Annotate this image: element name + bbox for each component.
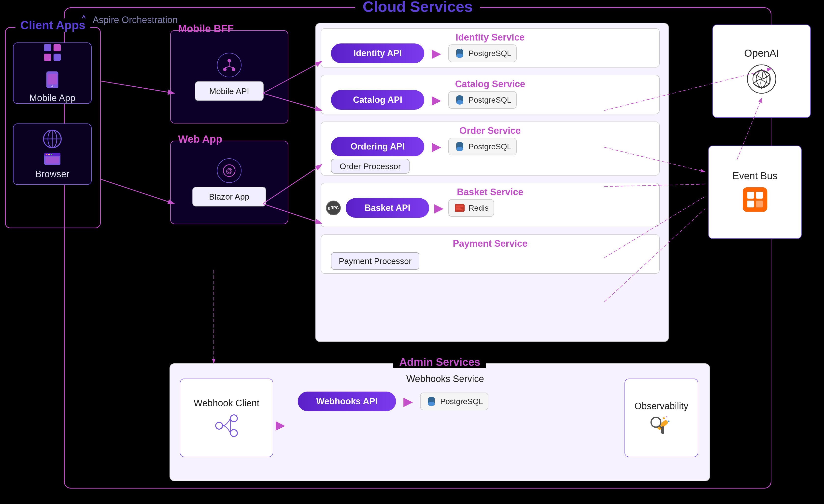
mobile-bff-title: Mobile BFF: [178, 23, 234, 35]
openai-box: OpenAI: [712, 24, 811, 118]
svg-rect-32: [54, 54, 61, 61]
globe-icon: [42, 129, 62, 149]
postgresql-icon: [454, 47, 466, 59]
mobile-api-label: Mobile API: [209, 87, 249, 96]
svg-text:@: @: [226, 167, 233, 174]
admin-services-title: Admin Services: [393, 356, 486, 368]
catalog-pg-badge: PostgreSQL: [448, 91, 517, 109]
arrow-order: ▶: [432, 139, 441, 154]
svg-point-45: [51, 154, 52, 155]
identity-service-title: Identity Service: [321, 29, 659, 43]
catalog-service-title: Catalog Service: [321, 76, 659, 89]
phone-icon: [45, 70, 60, 89]
catalog-api-pill: Catalog API: [331, 90, 424, 110]
catalog-service-group: Catalog Service Catalog API ▶ PostgreSQL: [321, 75, 660, 114]
aspire-text: Aspire Orchestration: [93, 15, 178, 25]
blazor-app-label: Blazor App: [209, 192, 249, 202]
redis-icon: [454, 202, 466, 214]
svg-point-47: [230, 415, 237, 422]
observability-label: Observability: [634, 401, 688, 411]
event-bus-label: Event Bus: [733, 170, 777, 181]
svg-point-2: [227, 59, 231, 62]
webhook-icon: [214, 413, 239, 438]
svg-rect-27: [756, 201, 763, 208]
postgresql-icon-webhooks: [425, 395, 437, 407]
svg-rect-23: [743, 187, 767, 212]
mobile-bff-icon: [217, 53, 241, 77]
svg-rect-34: [48, 74, 57, 85]
redis-badge: Redis: [448, 199, 494, 217]
order-processor-box: Order Processor: [331, 159, 410, 173]
svg-point-12: [456, 53, 463, 58]
svg-point-54: [651, 417, 661, 427]
web-app-box: Web App @ Blazor App: [170, 141, 288, 224]
svg-rect-31: [44, 54, 51, 61]
svg-point-56: [663, 417, 665, 419]
svg-rect-30: [54, 44, 61, 51]
openai-icon: [746, 63, 778, 95]
mobile-app-icon: [42, 43, 62, 67]
mobile-bff-box: Mobile BFF Mobile API: [170, 30, 288, 123]
webhooks-service-area: Webhooks Service Webhooks API ▶ PostgreS…: [298, 374, 593, 469]
basket-api-pill: Basket API: [346, 198, 429, 218]
web-app-title: Web App: [178, 133, 222, 145]
webhook-client-label: Webhook Client: [194, 398, 260, 408]
webhooks-service-title: Webhooks Service: [298, 374, 593, 384]
arrow-webhook: ▶: [276, 418, 285, 432]
payment-service-title: Payment Service: [321, 235, 659, 249]
mobile-api-box: Mobile API: [195, 81, 264, 101]
aspire-label: Aspire Orchestration: [78, 14, 178, 25]
svg-point-18: [456, 147, 463, 151]
openai-label: OpenAI: [744, 47, 779, 59]
cloud-services-title: Cloud Services: [355, 0, 480, 15]
arrow-catalog: ▶: [432, 93, 441, 107]
webhooks-pg-badge: PostgreSQL: [420, 393, 488, 410]
svg-point-51: [428, 402, 435, 406]
identity-service-group: Identity Service Identity API ▶ Postgr: [321, 28, 660, 68]
svg-line-6: [225, 67, 229, 68]
observability-box: Observability: [624, 379, 698, 457]
svg-point-43: [46, 154, 47, 155]
browser-card: Browser: [13, 123, 92, 185]
client-apps-box: Client Apps Mobile App: [5, 27, 101, 228]
svg-line-7: [229, 67, 234, 68]
postgresql-icon-order: [454, 141, 466, 152]
browser-label: Browser: [35, 169, 69, 179]
svg-rect-42: [46, 157, 59, 163]
svg-rect-26: [747, 201, 754, 208]
svg-point-3: [223, 68, 226, 71]
blazor-app-box: Blazor App: [192, 187, 266, 207]
webhooks-api-pill: Webhooks API: [298, 392, 396, 411]
payment-processor-box: Payment Processor: [331, 252, 419, 270]
observability-icon: [649, 415, 674, 435]
ordering-api-pill: Ordering API: [331, 137, 424, 156]
order-service-title: Order Service: [321, 122, 659, 136]
svg-rect-24: [747, 192, 754, 199]
order-pg-badge: PostgreSQL: [448, 138, 517, 155]
svg-point-48: [230, 429, 237, 436]
rabbitmq-icon: [740, 185, 770, 214]
svg-point-57: [668, 420, 670, 422]
services-panel: Identity Service Identity API ▶ Postgr: [315, 23, 669, 342]
svg-point-15: [456, 100, 463, 105]
svg-rect-25: [756, 192, 763, 199]
web-app-icon: @: [217, 158, 241, 183]
basket-service-group: Basket Service gRPC Basket API ▶: [321, 183, 660, 227]
arrow-webhooks-db: ▶: [403, 394, 413, 408]
grpc-badge: gRPC: [326, 201, 341, 215]
basket-service-title: Basket Service: [321, 183, 659, 198]
svg-rect-29: [44, 44, 51, 51]
diagram-root: Cloud Services Aspire Orchestration Mobi…: [0, 0, 824, 504]
mobile-app-card: Mobile App: [13, 42, 92, 104]
browser-window-icon: [44, 152, 61, 165]
postgresql-icon-catalog: [454, 94, 466, 106]
svg-rect-22: [456, 210, 462, 210]
svg-rect-21: [456, 208, 460, 209]
webhook-client-box: Webhook Client: [180, 379, 273, 457]
identity-pg-badge: PostgreSQL: [448, 44, 517, 62]
svg-point-46: [216, 422, 223, 429]
identity-api-pill: Identity API: [331, 43, 424, 63]
mobile-app-label: Mobile App: [29, 93, 76, 103]
svg-point-35: [51, 86, 53, 87]
svg-point-58: [666, 416, 667, 417]
